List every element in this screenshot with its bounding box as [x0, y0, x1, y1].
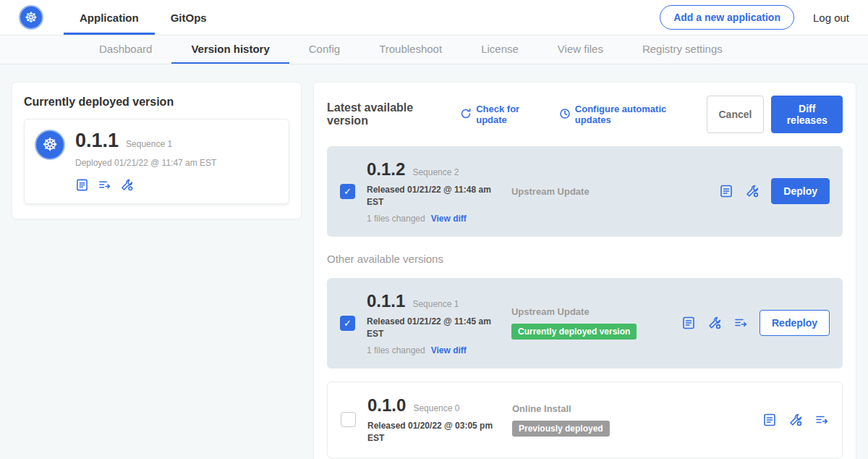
version-row: 0.1.0 Sequence 0 Released 01/20/22 @ 03:…: [327, 382, 843, 459]
top-tabs: Application GitOps: [64, 0, 223, 35]
tab-gitops[interactable]: GitOps: [155, 0, 223, 35]
version-info: 0.1.0 Sequence 0 Released 01/20/22 @ 03:…: [367, 395, 512, 445]
version-source: Upstream Update: [511, 186, 590, 197]
config-icon[interactable]: [707, 316, 722, 330]
diff-icon[interactable]: [814, 413, 829, 427]
release-notes-icon[interactable]: [719, 184, 733, 198]
version-row: ✓ 0.1.1 Sequence 1 Released 01/21/22 @ 1…: [327, 278, 843, 369]
available-title: Latest available version: [327, 101, 446, 127]
version-sequence: Sequence 2: [412, 167, 459, 177]
version-actions: Deploy: [719, 178, 830, 204]
currently-deployed-card: Currently deployed version ☸ 0.1.1 Seque…: [12, 82, 302, 219]
deployed-version-info: 0.1.1 Sequence 1 Deployed 01/21/22 @ 11:…: [75, 130, 216, 192]
diff-releases-button[interactable]: Diff releases: [771, 96, 843, 133]
subtab-dashboard[interactable]: Dashboard: [80, 35, 171, 64]
subtab-registry-settings[interactable]: Registry settings: [623, 35, 742, 64]
version-info: 0.1.1 Sequence 1 Released 01/21/22 @ 11:…: [367, 291, 511, 355]
version-source: Upstream Update: [511, 306, 590, 317]
logout-link[interactable]: Log out: [813, 12, 849, 24]
subtab-config-label: Config: [309, 43, 340, 55]
release-notes-icon[interactable]: [681, 316, 696, 330]
version-number: 0.1.2: [367, 159, 405, 180]
add-application-button[interactable]: Add a new application: [660, 5, 794, 30]
release-notes-icon[interactable]: [75, 178, 89, 192]
available-versions-card: Latest available version Check for updat…: [313, 82, 856, 459]
diff-icon[interactable]: [98, 178, 111, 192]
main-content: Currently deployed version ☸ 0.1.1 Seque…: [0, 64, 868, 459]
subtab-version-history[interactable]: Version history: [171, 35, 289, 64]
tab-application-label: Application: [80, 12, 139, 24]
view-diff-link[interactable]: View diff: [431, 345, 467, 355]
other-versions-label: Other available versions: [327, 253, 843, 265]
deployed-timestamp: Deployed 01/21/22 @ 11:47 am EST: [75, 158, 216, 168]
subtab-license[interactable]: License: [461, 35, 538, 64]
files-changed: 1 files changed: [367, 345, 425, 355]
diff-icon[interactable]: [733, 316, 748, 330]
version-sequence: Sequence 1: [412, 299, 459, 309]
currently-deployed-badge: Currently deployed version: [511, 324, 637, 340]
version-source-block: Online Install Previously deployed: [512, 403, 682, 437]
kubernetes-logo-icon: ☸: [19, 5, 43, 30]
version-source: Online Install: [512, 403, 571, 414]
subtab-troubleshoot-label: Troubleshoot: [379, 43, 442, 55]
header-buttons: Cancel Diff releases: [707, 96, 843, 133]
files-changed: 1 files changed: [367, 214, 425, 224]
release-notes-icon[interactable]: [762, 413, 777, 427]
config-icon[interactable]: [120, 178, 134, 192]
version-released: Released 01/20/22 @ 03:05 pm EST: [367, 420, 498, 445]
configure-updates-label: Configure automatic updates: [575, 104, 692, 125]
helm-glyph: ☸: [25, 10, 38, 25]
deploy-button[interactable]: Deploy: [771, 178, 830, 204]
deployed-sequence: Sequence 1: [126, 139, 172, 149]
version-row: ✓ 0.1.2 Sequence 2 Released 01/21/22 @ 1…: [327, 146, 843, 237]
top-navbar: ☸ Application GitOps Add a new applicati…: [0, 0, 868, 35]
version-source-block: Upstream Update: [511, 186, 681, 197]
version-released: Released 01/21/22 @ 11:48 am EST: [367, 184, 497, 209]
version-checkbox-unchecked[interactable]: [341, 412, 356, 427]
deployed-version-card: ☸ 0.1.1 Sequence 1 Deployed 01/21/22 @ 1…: [24, 119, 289, 204]
checkmark-icon: ✓: [344, 318, 352, 329]
tab-application[interactable]: Application: [64, 0, 155, 35]
subtab-troubleshoot[interactable]: Troubleshoot: [359, 35, 461, 64]
tab-gitops-label: GitOps: [171, 12, 207, 24]
version-source-block: Upstream Update Currently deployed versi…: [511, 306, 681, 340]
subtab-license-label: License: [481, 43, 519, 55]
version-sequence: Sequence 0: [413, 403, 459, 413]
version-checkbox-checked[interactable]: ✓: [340, 316, 355, 331]
version-info: 0.1.2 Sequence 2 Released 01/21/22 @ 11:…: [367, 159, 511, 224]
app-icon: ☸: [35, 130, 65, 160]
version-number: 0.1.0: [367, 395, 406, 416]
configure-updates-link[interactable]: Configure automatic updates: [559, 104, 692, 125]
subtab-view-files[interactable]: View files: [538, 35, 623, 64]
subtab-registry-settings-label: Registry settings: [642, 43, 723, 55]
helm-glyph: ☸: [42, 136, 58, 153]
clock-icon: [559, 108, 571, 122]
previously-deployed-badge: Previously deployed: [512, 421, 610, 437]
subtab-version-history-label: Version history: [191, 43, 269, 55]
checkmark-icon: ✓: [344, 186, 352, 197]
subtab-config[interactable]: Config: [289, 35, 359, 64]
deployed-card-title: Currently deployed version: [24, 96, 289, 109]
topnav-right: Add a new application Log out: [660, 5, 849, 30]
subtab-view-files-label: View files: [558, 43, 603, 55]
refresh-icon: [460, 108, 472, 122]
config-icon[interactable]: [788, 413, 803, 427]
version-number: 0.1.1: [367, 291, 405, 311]
redeploy-button[interactable]: Redeploy: [760, 310, 830, 336]
available-header: Latest available version Check for updat…: [327, 96, 843, 133]
deployed-action-icons: [75, 178, 216, 192]
check-for-update-label: Check for update: [476, 104, 545, 125]
cancel-button[interactable]: Cancel: [707, 96, 765, 133]
version-actions: Redeploy: [681, 310, 830, 336]
version-released: Released 01/21/22 @ 11:45 am EST: [367, 316, 497, 341]
version-actions: [762, 413, 829, 427]
subtab-dashboard-label: Dashboard: [99, 43, 152, 55]
config-icon[interactable]: [745, 184, 760, 198]
version-checkbox-checked[interactable]: ✓: [340, 184, 355, 199]
sub-navbar: Dashboard Version history Config Trouble…: [0, 35, 868, 64]
check-for-update-link[interactable]: Check for update: [460, 104, 545, 125]
deployed-version-number: 0.1.1: [75, 130, 119, 152]
view-diff-link[interactable]: View diff: [431, 214, 467, 224]
